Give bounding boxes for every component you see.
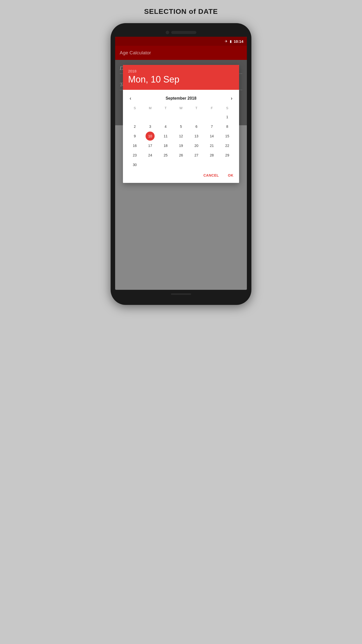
table-row[interactable]: 8: [219, 122, 235, 131]
table-row[interactable]: 22: [219, 141, 235, 150]
phone-home-button[interactable]: [171, 293, 191, 295]
table-row[interactable]: 6: [189, 122, 204, 131]
phone-screen: ✈ ▮ 10:14 Age Calculator Da To 2018: [115, 37, 247, 290]
app-content: Da To 2018 Mon, 10 Sep: [115, 60, 247, 125]
table-row[interactable]: 27: [189, 151, 204, 160]
table-row[interactable]: 17: [143, 141, 158, 150]
app-bar-title: Age Calculator: [120, 50, 151, 56]
table-row[interactable]: 13: [189, 132, 204, 141]
dow-sat: S: [219, 105, 235, 111]
table-row: [173, 160, 189, 169]
days-of-week-row: S M T W T F S: [127, 105, 235, 111]
table-row[interactable]: 18: [158, 141, 173, 150]
table-row[interactable]: 25: [158, 151, 173, 160]
table-row: [173, 112, 189, 122]
table-row: [204, 112, 219, 122]
table-row[interactable]: 24: [143, 151, 158, 160]
calendar-grid: 1234567891011121314151617181920212223242…: [127, 112, 235, 169]
table-row: [204, 160, 219, 169]
status-bar: ✈ ▮ 10:14: [115, 37, 247, 46]
phone-speaker: [171, 31, 196, 34]
table-row[interactable]: 26: [173, 151, 189, 160]
table-row[interactable]: 21: [204, 141, 219, 150]
phone-bottom: [115, 293, 247, 295]
table-row[interactable]: 4: [158, 122, 173, 131]
table-row[interactable]: 7: [204, 122, 219, 131]
table-row: [189, 160, 204, 169]
table-row[interactable]: 10: [146, 132, 155, 141]
dialog-overlay: 2018 Mon, 10 Sep ‹ September 2018 ›: [115, 60, 247, 125]
date-picker-dialog: 2018 Mon, 10 Sep ‹ September 2018 ›: [123, 65, 239, 183]
table-row: [143, 112, 158, 122]
dialog-actions: CANCEL OK: [123, 169, 239, 183]
table-row[interactable]: 1: [219, 112, 235, 122]
dow-tue: T: [158, 105, 173, 111]
table-row[interactable]: 5: [173, 122, 189, 131]
table-row[interactable]: 28: [204, 151, 219, 160]
cancel-button[interactable]: CANCEL: [201, 171, 221, 179]
table-row[interactable]: 11: [158, 132, 173, 141]
dow-wed: W: [173, 105, 189, 111]
table-row[interactable]: 3: [143, 122, 158, 131]
table-row: [127, 112, 142, 122]
table-row[interactable]: 29: [219, 151, 235, 160]
airplane-icon: ✈: [225, 39, 228, 43]
table-row[interactable]: 15: [219, 132, 235, 141]
battery-icon: ▮: [230, 39, 232, 43]
calendar-body: ‹ September 2018 › S M T W T F S: [123, 90, 239, 169]
table-row[interactable]: 30: [127, 160, 142, 169]
phone-camera: [166, 31, 169, 34]
phone-frame: ✈ ▮ 10:14 Age Calculator Da To 2018: [111, 23, 251, 305]
next-month-button[interactable]: ›: [228, 94, 235, 102]
status-time: 10:14: [234, 39, 243, 44]
table-row[interactable]: 16: [127, 141, 142, 150]
table-row[interactable]: 14: [204, 132, 219, 141]
phone-top-bar: [115, 31, 247, 34]
dow-thu: T: [189, 105, 204, 111]
month-nav: ‹ September 2018 ›: [127, 92, 235, 105]
dow-mon: M: [143, 105, 158, 111]
dialog-date: Mon, 10 Sep: [128, 74, 234, 85]
table-row: [158, 112, 173, 122]
app-bar: Age Calculator: [115, 46, 247, 60]
table-row: [219, 160, 235, 169]
table-row: [189, 112, 204, 122]
table-row[interactable]: 23: [127, 151, 142, 160]
page-title: SELECTION of DATE: [144, 8, 218, 16]
dow-sun: S: [127, 105, 142, 111]
table-row: [143, 160, 158, 169]
prev-month-button[interactable]: ‹: [127, 94, 134, 102]
table-row[interactable]: 2: [127, 122, 142, 131]
dow-fri: F: [204, 105, 219, 111]
table-row[interactable]: 12: [173, 132, 189, 141]
table-row[interactable]: 19: [173, 141, 189, 150]
dialog-year: 2018: [128, 69, 234, 73]
ok-button[interactable]: OK: [225, 171, 236, 179]
table-row[interactable]: 20: [189, 141, 204, 150]
month-label: September 2018: [166, 96, 197, 101]
table-row: [158, 160, 173, 169]
table-row[interactable]: 9: [127, 132, 142, 141]
dialog-header: 2018 Mon, 10 Sep: [123, 65, 239, 90]
